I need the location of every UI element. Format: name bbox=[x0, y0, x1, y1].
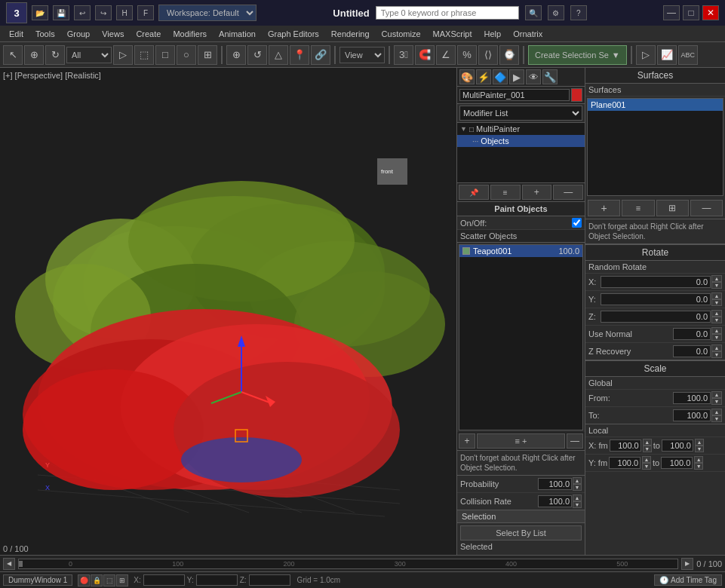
panel-tab-utilities[interactable]: 🔧 bbox=[542, 69, 558, 84]
modifier-color-btn[interactable] bbox=[571, 88, 582, 102]
modifier-add-btn[interactable]: + bbox=[522, 185, 552, 200]
abc-btn[interactable]: ABC bbox=[678, 45, 698, 65]
menu-views[interactable]: Views bbox=[96, 28, 130, 40]
menu-customize[interactable]: Customize bbox=[376, 28, 427, 40]
key-mode-btn[interactable]: ⌚ bbox=[499, 45, 519, 65]
panel-tab-display[interactable]: 👁 bbox=[526, 69, 541, 84]
save-file-btn[interactable]: 💾 bbox=[53, 5, 69, 20]
magnet-icon[interactable]: 🔴 bbox=[78, 574, 90, 586]
open-file-btn[interactable]: 📂 bbox=[32, 5, 48, 20]
scale-from-input[interactable] bbox=[673, 392, 711, 404]
scale-y-to-input[interactable] bbox=[661, 457, 693, 469]
rotate-x-input[interactable] bbox=[601, 276, 711, 288]
scale-x-fm-down[interactable]: ▼ bbox=[643, 446, 652, 452]
surfaces-menu-btn[interactable]: ≡ bbox=[622, 200, 654, 216]
filter-select[interactable]: All bbox=[66, 47, 112, 63]
dummy-window-tab[interactable]: DummyWindow 1 bbox=[3, 574, 72, 586]
modifier-list-dropdown[interactable]: Modifier List bbox=[459, 106, 582, 121]
rotate-tool[interactable]: ↺ bbox=[247, 45, 267, 65]
help-btn[interactable]: ? bbox=[570, 5, 587, 20]
percent-snap-btn[interactable]: % bbox=[457, 45, 477, 65]
collision-input[interactable] bbox=[538, 495, 572, 507]
paint-menu-btn[interactable]: ≡ + bbox=[477, 433, 565, 449]
surfaces-remove-btn[interactable]: — bbox=[690, 200, 723, 216]
modifier-remove-btn[interactable]: — bbox=[553, 185, 583, 200]
scale-y-fm-up[interactable]: ▲ bbox=[642, 456, 651, 463]
modifier-name-input[interactable] bbox=[459, 89, 570, 101]
surface-item-plane001[interactable]: Plane001 bbox=[588, 99, 723, 111]
view-select[interactable]: View bbox=[339, 47, 385, 63]
redo-btn[interactable]: ↪ bbox=[95, 5, 112, 20]
timeline-next-btn[interactable]: ▶ bbox=[681, 558, 693, 570]
z-recovery-down[interactable]: ▼ bbox=[711, 351, 722, 358]
angle-snap-btn[interactable]: ∠ bbox=[436, 45, 456, 65]
search-btn[interactable]: 🔍 bbox=[525, 5, 542, 20]
transform-icon[interactable]: ⊞ bbox=[116, 574, 128, 586]
scale-to-down[interactable]: ▼ bbox=[711, 415, 722, 422]
modifier-tree-item-multipainter[interactable]: ▼ □ MultiPainter bbox=[457, 123, 585, 135]
search-input[interactable] bbox=[376, 6, 519, 20]
menu-ornatrix[interactable]: Ornatrix bbox=[507, 28, 548, 40]
hold-btn[interactable]: H bbox=[116, 5, 133, 20]
rotate-y-up[interactable]: ▲ bbox=[711, 292, 722, 299]
rotate-x-up[interactable]: ▲ bbox=[711, 275, 722, 282]
paint-remove-btn[interactable]: — bbox=[567, 433, 583, 449]
curve-editor-btn[interactable]: 📈 bbox=[657, 45, 677, 65]
z-coord-input[interactable] bbox=[249, 574, 290, 586]
collision-up-btn[interactable]: ▲ bbox=[573, 495, 582, 501]
paint-onoff-checkbox[interactable] bbox=[572, 218, 582, 228]
select-btn[interactable]: ↖ bbox=[3, 45, 23, 65]
rotate-x-down[interactable]: ▼ bbox=[711, 282, 722, 289]
panel-tab-paint[interactable]: 🎨 bbox=[459, 69, 475, 84]
menu-tools[interactable]: Tools bbox=[29, 28, 61, 40]
workspace-select[interactable]: Workspace: Default bbox=[158, 5, 257, 21]
lock-icon[interactable]: 🔒 bbox=[91, 574, 103, 586]
scale-to-input[interactable] bbox=[673, 409, 711, 421]
menu-help[interactable]: Help bbox=[478, 28, 508, 40]
timeline-bar-track[interactable]: 0100200300400500 bbox=[18, 559, 678, 569]
select-region-btn[interactable]: ⬚ bbox=[134, 45, 154, 65]
scale-x-fm-input[interactable] bbox=[610, 439, 641, 452]
scale-x-to-up[interactable]: ▲ bbox=[695, 439, 704, 446]
move-btn[interactable]: ⊕ bbox=[24, 45, 44, 65]
rotate-z-input[interactable] bbox=[601, 311, 711, 323]
spinner-snap-btn[interactable]: ⟨⟩ bbox=[478, 45, 498, 65]
y-coord-input[interactable] bbox=[196, 574, 238, 586]
timeline-prev-btn[interactable]: ◀ bbox=[3, 558, 15, 570]
lasso-select-btn[interactable]: ⊞ bbox=[198, 45, 217, 65]
scale-from-down[interactable]: ▼ bbox=[711, 398, 722, 405]
menu-create[interactable]: Create bbox=[130, 28, 167, 40]
minimize-btn[interactable]: — bbox=[663, 5, 680, 20]
menu-animation[interactable]: Animation bbox=[213, 28, 262, 40]
menu-modifiers[interactable]: Modifiers bbox=[167, 28, 213, 40]
probability-input[interactable] bbox=[538, 478, 572, 490]
menu-rendering[interactable]: Rendering bbox=[325, 28, 376, 40]
modifier-configure-btn[interactable]: ≡ bbox=[490, 185, 521, 200]
rotate-btn[interactable]: ↻ bbox=[45, 45, 65, 65]
surfaces-merge-btn[interactable]: ⊞ bbox=[656, 200, 689, 216]
scale-to-up[interactable]: ▲ bbox=[711, 409, 722, 415]
scale-x-to-down[interactable]: ▼ bbox=[695, 446, 704, 452]
use-normal-input[interactable] bbox=[673, 328, 711, 340]
close-btn[interactable]: ✕ bbox=[702, 5, 719, 20]
scale-y-to-down[interactable]: ▼ bbox=[694, 463, 703, 470]
create-selection-btn[interactable]: Create Selection Se ▼ bbox=[528, 45, 627, 65]
paint-add-btn[interactable]: + bbox=[459, 433, 475, 449]
ref-coord-btn[interactable]: 3⃣ bbox=[394, 45, 413, 65]
collision-down-btn[interactable]: ▼ bbox=[573, 501, 582, 508]
play-btn[interactable]: ▷ bbox=[636, 45, 656, 65]
scale-x-to-input[interactable] bbox=[662, 439, 693, 452]
select-icon[interactable]: ⬚ bbox=[103, 574, 115, 586]
select-obj-btn[interactable]: ▷ bbox=[113, 45, 133, 65]
scale-tool[interactable]: △ bbox=[269, 45, 288, 65]
x-coord-input[interactable] bbox=[143, 574, 185, 586]
z-recovery-up[interactable]: ▲ bbox=[711, 345, 722, 351]
probability-up-btn[interactable]: ▲ bbox=[573, 477, 582, 484]
select-by-list-btn[interactable]: Select By List bbox=[460, 525, 582, 541]
snap-btn[interactable]: 🧲 bbox=[415, 45, 435, 65]
create-selection-dropdown-icon[interactable]: ▼ bbox=[612, 51, 620, 60]
z-recovery-input[interactable] bbox=[673, 345, 711, 357]
link-tool[interactable]: 🔗 bbox=[311, 45, 330, 65]
fetch-btn[interactable]: F bbox=[137, 5, 154, 20]
menu-group[interactable]: Group bbox=[61, 28, 97, 40]
